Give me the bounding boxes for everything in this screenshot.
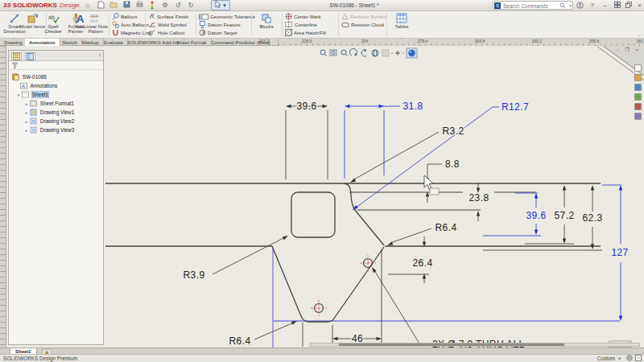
horizontal-ruler: 203.2 228.6 254 279.4 304.8 330.2 355.6 … [278, 39, 644, 46]
search-box[interactable]: S ▾ [493, 1, 573, 10]
svg-text:A: A [22, 84, 25, 88]
solidworks-logo: 3SSOLIDWORKSDesign [3, 2, 80, 9]
tree-item-sheet1[interactable]: ▾ Sheet1 [9, 91, 103, 99]
part-edges[interactable] [105, 183, 602, 322]
scrollbar-thumb[interactable] [339, 343, 564, 346]
featuremanager-tree-tab[interactable] [11, 52, 22, 61]
user-account-icon[interactable] [575, 2, 585, 10]
auto-balloon-button[interactable]: Auto Balloon [112, 21, 149, 29]
restore-window-icon[interactable] [623, 2, 634, 10]
dim-62-3[interactable]: 62.3 [583, 212, 603, 224]
tree-filter-row[interactable] [9, 61, 103, 70]
center-mark-button[interactable]: Center Mark [285, 13, 321, 21]
dim-8-8[interactable]: 8.8 [445, 158, 460, 170]
centerline-button[interactable]: Centerline [285, 21, 317, 29]
hole-callout-button[interactable]: Hole Callout [148, 29, 184, 37]
select-tool-button[interactable]: ▾ [211, 0, 230, 10]
drawing-view-icon [30, 126, 37, 134]
panel-expand-icon[interactable]: › [99, 52, 101, 58]
drawing-view-icon [30, 109, 37, 116]
heads-up-view-toolbar[interactable] [319, 47, 420, 59]
tree-item-drawing-view2[interactable]: ▸ Drawing View2 [9, 117, 103, 125]
dim-r12-7[interactable]: R12.7 [502, 101, 529, 113]
open-icon[interactable] [108, 1, 119, 10]
balloon-button[interactable]: Balloon [112, 13, 137, 21]
revision-symbol-button: Revision Symbol [341, 13, 386, 21]
dim-127[interactable]: 127 [611, 247, 628, 258]
tree-item-drawing-view3[interactable]: ▸ Drawing View3 [9, 126, 103, 134]
tree-item-sheet-format1[interactable]: ▸ Sheet Format1 [9, 100, 103, 108]
logo-expand-icon[interactable]: ▸ [71, 1, 82, 10]
dim-r6-4-upper[interactable]: R6.4 [436, 222, 457, 233]
sheet-tab-bar: Sheet1 ▦ [0, 348, 644, 354]
geometric-tolerance-button[interactable]: Geometric Tolerance [199, 13, 255, 21]
solidworks-window: 3SSOLIDWORKSDesign ▸ ⌂ ⚙ ↺ ↻ ▾ SW-01086 … [0, 0, 644, 362]
print-icon[interactable] [134, 1, 145, 10]
traffic-light-icon[interactable] [147, 1, 158, 10]
button-label: Linear Note Pattern [84, 24, 108, 34]
datum-target-button[interactable]: Datum Target [199, 29, 237, 37]
search-icon[interactable] [559, 2, 566, 10]
scale-mode-label[interactable]: Custom [597, 356, 615, 361]
undo-icon[interactable]: ↺ [172, 1, 184, 10]
save-icon[interactable] [121, 1, 132, 10]
selected-edges[interactable] [273, 248, 620, 348]
dim-r3-2[interactable]: R3.2 [443, 125, 464, 137]
tab-drawing[interactable]: Drawing [0, 39, 27, 46]
surface-finish-button[interactable]: Surface Finish [148, 13, 188, 21]
svg-text:ab: ab [48, 14, 55, 20]
dim-39-6-top[interactable]: 39.6 [297, 101, 317, 112]
units-icon[interactable] [626, 355, 633, 362]
tree-item-drawing-view1[interactable]: ▸ Drawing View1 [9, 109, 103, 117]
close-icon[interactable]: × [634, 2, 644, 9]
minimize-icon[interactable]: – [600, 2, 610, 9]
editing-sheet-icon[interactable] [635, 355, 642, 362]
custom-properties-icon[interactable] [634, 113, 642, 120]
drawing-document-icon [12, 73, 19, 80]
dim-31-8[interactable]: 31.8 [403, 101, 423, 112]
help-icon[interactable]: ? [587, 2, 597, 9]
redo-icon[interactable]: ↻ [185, 1, 196, 10]
design-library-icon[interactable] [634, 74, 642, 81]
resources-icon[interactable] [634, 64, 642, 72]
sheet-icon [22, 91, 29, 98]
tab-annotation[interactable]: Annotation [25, 39, 60, 46]
weld-symbol-button[interactable]: Weld Symbol [148, 21, 187, 29]
task-pane-icon-strip[interactable] [634, 64, 643, 122]
dim-57-2[interactable]: 57.2 [555, 210, 575, 221]
title-bar: 3SSOLIDWORKSDesign ▸ ⌂ ⚙ ↺ ↻ ▾ SW-01086 … [0, 0, 644, 11]
document-window-controls[interactable]: – ❒ × [616, 47, 641, 52]
layout-grid-icon[interactable] [612, 2, 622, 10]
dim-r3-9[interactable]: R3.9 [184, 269, 205, 281]
blocks-button[interactable]: Blocks [254, 13, 279, 37]
dim-23-8[interactable]: 23.8 [469, 192, 489, 204]
dimension-texts[interactable]: 39.6 31.8 R12.7 R3.2 8.8 23.8 39.6 57.2 … [184, 101, 629, 348]
file-explorer-icon[interactable] [634, 84, 642, 91]
search-input[interactable] [503, 2, 553, 10]
datum-feature-button[interactable]: Datum Feature [199, 21, 241, 29]
product-name-label: SOLIDWORKS Design Premium [3, 356, 77, 361]
dimension-lines-blue [345, 106, 621, 316]
appearances-icon[interactable] [634, 103, 642, 110]
horizontal-scrollbar[interactable] [310, 343, 640, 347]
tree-root-item[interactable]: SW-01086 [9, 73, 103, 81]
new-document-icon[interactable] [95, 1, 106, 10]
hole-center-marks[interactable] [311, 255, 376, 316]
home-icon[interactable]: ⌂ [82, 1, 93, 10]
tab-sheet-format[interactable]: Sheet Format [172, 39, 212, 46]
view-palette-icon[interactable] [634, 93, 642, 101]
tables-button[interactable]: Tables [390, 13, 414, 37]
property-manager-tab[interactable] [25, 52, 35, 61]
dim-r6-4-lower[interactable]: R6.4 [229, 335, 251, 347]
dim-26-4[interactable]: 26.4 [413, 257, 433, 269]
revision-cloud-button[interactable]: Revision Cloud [341, 21, 384, 29]
linear-note-pattern-button[interactable]: AAAAAA Linear Note Pattern [84, 13, 108, 37]
area-hatch-fill-button[interactable]: Area Hatch/Fill [285, 29, 326, 37]
scale-dropdown-icon[interactable]: ▾ [618, 356, 621, 362]
settings-gear-icon[interactable]: ⚙ [159, 1, 171, 10]
search-dropdown-icon[interactable]: ▾ [569, 3, 572, 8]
dim-39-6-right[interactable]: 39.6 [526, 210, 547, 221]
button-label: Tables [395, 24, 409, 29]
svg-text:A: A [76, 13, 85, 24]
tree-item-annotations[interactable]: A Annotations [9, 82, 103, 90]
